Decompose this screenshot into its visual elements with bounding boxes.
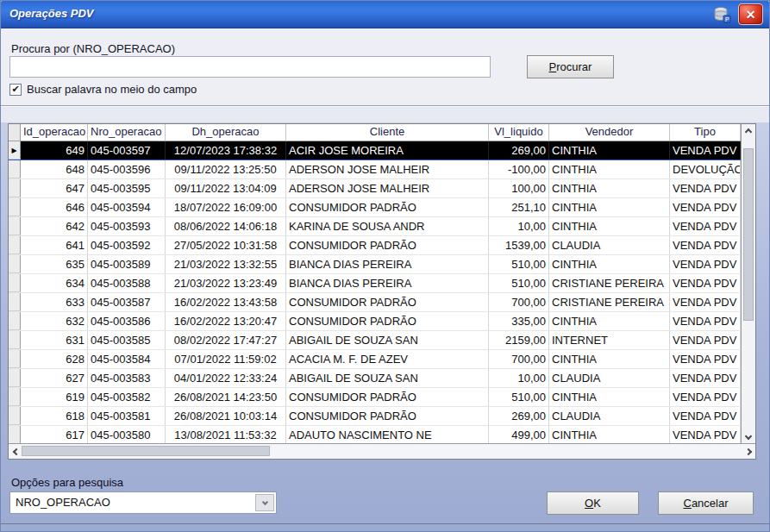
table-row[interactable]: 634045-00358821/03/2022 13:23:49BIANCA D… <box>9 274 741 293</box>
table-row[interactable]: 642045-00359308/06/2022 14:06:18KARINA D… <box>9 217 741 236</box>
cell-cliente: ABIGAIL DE SOUZA SAN <box>286 369 489 387</box>
row-selector-cell[interactable] <box>9 293 21 311</box>
scroll-down-button[interactable] <box>742 430 754 443</box>
cell-cliente: ABIGAIL DE SOUZA SAN <box>286 331 489 349</box>
column-header-id[interactable]: Id_operacao <box>21 124 88 141</box>
cell-id: 619 <box>21 388 88 406</box>
middle-word-checkbox[interactable]: ✔ <box>9 84 22 96</box>
cell-vendedor: CINTHIA <box>549 255 670 273</box>
cell-vendedor: CINTHIA <box>549 198 670 216</box>
cell-dh: 26/08/2021 10:03:14 <box>166 407 286 425</box>
cell-tipo: VENDA PDV <box>670 388 741 406</box>
horizontal-scrollbar[interactable] <box>9 443 755 459</box>
row-selector-cell[interactable] <box>9 426 21 443</box>
cell-tipo: VENDA PDV <box>670 293 741 311</box>
search-input[interactable] <box>9 56 491 78</box>
cell-dh: 21/03/2022 13:23:49 <box>166 274 286 292</box>
cancel-button[interactable]: Cancelar <box>658 491 754 515</box>
procurar-button[interactable]: Procurar <box>527 55 614 78</box>
column-header-vl[interactable]: Vl_liquido <box>489 124 549 141</box>
search-label: Procura por (NRO_OPERACAO) <box>11 42 175 55</box>
chevron-down-icon <box>744 432 751 439</box>
chevron-left-icon <box>13 448 20 454</box>
cell-cliente: ACIR JOSE MOREIRA <box>286 141 489 160</box>
cell-vendedor: CINTHIA <box>549 141 670 160</box>
cell-tipo: VENDA PDV <box>670 426 741 443</box>
table-row[interactable]: 628045-00358407/01/2022 11:59:02ACACIA M… <box>9 350 741 369</box>
cell-tipo: VENDA PDV <box>670 350 741 368</box>
cell-nro: 045-003583 <box>88 369 166 387</box>
cell-dh: 16/02/2022 13:43:58 <box>166 293 286 311</box>
row-selector-cell[interactable] <box>9 274 21 292</box>
column-header-cliente[interactable]: Cliente <box>286 124 489 141</box>
column-header-nro[interactable]: Nro_operacao <box>88 124 166 141</box>
column-header-vendedor[interactable]: Vendedor <box>549 124 670 141</box>
cell-vl: 510,00 <box>489 274 549 292</box>
cell-tipo: VENDA PDV <box>670 198 741 216</box>
cell-tipo: VENDA PDV <box>670 141 741 160</box>
cell-dh: 08/06/2022 14:06:18 <box>166 217 286 235</box>
vertical-scrollbar[interactable] <box>741 124 755 443</box>
cell-cliente: ADERSON JOSE MALHEIR <box>286 179 489 197</box>
table-row[interactable]: 617045-00358013/08/2021 11:53:32ADAUTO N… <box>9 426 741 443</box>
horizontal-scrollbar-thumb[interactable] <box>22 446 270 456</box>
cell-id: 617 <box>21 426 88 443</box>
cell-cliente: CONSUMIDOR PADRÃO <box>286 236 489 254</box>
row-selector-cell[interactable] <box>9 369 21 387</box>
table-row[interactable]: 648045-00359609/11/2022 13:25:50ADERSON … <box>9 160 741 179</box>
cell-tipo: VENDA PDV <box>670 179 741 197</box>
table-row[interactable]: 619045-00358226/08/2021 14:23:50CONSUMID… <box>9 388 741 407</box>
row-selector-cell[interactable] <box>9 312 21 330</box>
row-selector-cell[interactable] <box>9 217 21 235</box>
dropdown-button[interactable] <box>255 494 274 511</box>
column-header-dh[interactable]: Dh_operacao <box>166 124 286 141</box>
cell-id: 628 <box>21 350 88 368</box>
table-row[interactable]: 641045-00359227/05/2022 10:31:58CONSUMID… <box>9 236 741 255</box>
row-selector-cell[interactable] <box>9 331 21 349</box>
cell-nro: 045-003580 <box>88 426 166 443</box>
cell-dh: 08/02/2022 17:47:27 <box>166 331 286 349</box>
scroll-up-button[interactable] <box>742 124 754 137</box>
scroll-right-button[interactable] <box>742 445 755 458</box>
operations-grid: Id_operacaoNro_operacaoDh_operacaoClient… <box>8 123 756 460</box>
ok-button[interactable]: OK <box>547 491 639 515</box>
table-row[interactable]: 618045-00358126/08/2021 10:03:14CONSUMID… <box>9 407 741 426</box>
table-row[interactable]: 646045-00359418/07/2022 16:09:00CONSUMID… <box>9 198 741 217</box>
cell-vl: 700,00 <box>489 293 549 311</box>
row-selector-cell[interactable] <box>9 388 21 406</box>
table-row[interactable]: 633045-00358716/02/2022 13:43:58CONSUMID… <box>9 293 741 312</box>
cell-id: 648 <box>21 160 88 178</box>
row-selector-cell[interactable] <box>9 350 21 368</box>
row-selector-cell[interactable] <box>9 160 21 178</box>
cell-tipo: VENDA PDV <box>670 255 741 273</box>
row-selector-cell[interactable]: ▶ <box>9 141 21 160</box>
cell-vl: 1539,00 <box>489 236 549 254</box>
close-button[interactable]: ✕ <box>738 3 763 25</box>
row-selector-cell[interactable] <box>9 236 21 254</box>
row-selector-cell[interactable] <box>9 198 21 216</box>
row-selector-cell[interactable] <box>9 255 21 273</box>
row-selector-cell[interactable] <box>9 179 21 197</box>
table-row[interactable]: 631045-00358508/02/2022 17:47:27ABIGAIL … <box>9 331 741 350</box>
column-header-tipo[interactable]: Tipo <box>670 124 741 141</box>
cell-vendedor: CINTHIA <box>549 179 670 197</box>
row-selector-cell[interactable] <box>9 407 21 425</box>
cell-dh: 09/11/2022 13:25:50 <box>166 160 286 178</box>
table-row[interactable]: 632045-00358616/02/2022 13:20:47CONSUMID… <box>9 312 741 331</box>
table-row[interactable]: 635045-00358921/03/2022 13:32:55BIANCA D… <box>9 255 741 274</box>
cell-cliente: CONSUMIDOR PADRÃO <box>286 293 489 311</box>
cell-cliente: CONSUMIDOR PADRÃO <box>286 407 489 425</box>
cell-id: 641 <box>21 236 88 254</box>
cell-cliente: ADAUTO NASCIMENTO NE <box>286 426 489 443</box>
titlebar[interactable]: Operações PDV P ✕ <box>1 1 769 28</box>
search-options-dropdown[interactable]: NRO_OPERACAO <box>9 491 277 514</box>
row-pointer-icon: ▶ <box>11 147 16 154</box>
table-row[interactable]: ▶649045-00359712/07/2023 17:38:32ACIR JO… <box>9 141 741 160</box>
cell-nro: 045-003581 <box>88 407 166 425</box>
table-row[interactable]: 647045-00359509/11/2022 13:04:09ADERSON … <box>9 179 741 198</box>
cell-dh: 09/11/2022 13:04:09 <box>166 179 286 197</box>
vertical-scrollbar-thumb[interactable] <box>743 148 754 321</box>
scroll-left-button[interactable] <box>9 445 22 458</box>
table-row[interactable]: 627045-00358304/01/2022 12:33:24ABIGAIL … <box>9 369 741 388</box>
cell-tipo: VENDA PDV <box>670 312 741 330</box>
